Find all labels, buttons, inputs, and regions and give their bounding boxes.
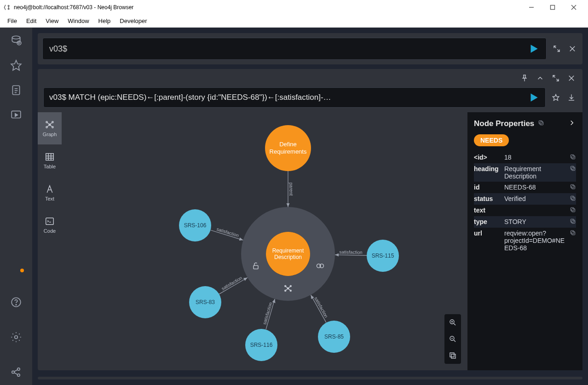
menu-edit[interactable]: Edit [22,16,41,26]
database-icon[interactable] [10,34,23,47]
close-editor-button[interactable] [567,43,578,54]
svg-line-43 [47,125,50,127]
svg-line-42 [50,122,52,125]
svg-rect-73 [254,265,258,269]
unlock-icon[interactable] [251,261,260,272]
menu-window[interactable]: Window [63,16,93,26]
zoom-out-button[interactable] [444,331,461,347]
rerun-button[interactable] [528,92,540,103]
command-prompt: v03$ [49,44,67,54]
favorite-button[interactable] [550,92,561,103]
svg-line-25 [554,46,556,48]
copy-button[interactable] [570,207,576,214]
node-n1[interactable]: SRS-106 [179,209,211,241]
result-query-display[interactable]: v03$ MATCH (epic:NEEDS)←[:parent]-(story… [43,87,546,108]
node-n5[interactable]: SRS-115 [367,240,399,272]
app-icon [4,4,11,11]
close-result-button[interactable] [566,73,577,84]
view-text[interactable]: Text [38,177,62,209]
node-center[interactable]: Requirement Description [266,232,310,276]
svg-line-56 [219,277,248,294]
result-frame: v03$ MATCH (epic:NEEDS)←[:parent]-(story… [38,69,582,370]
menu-developer[interactable]: Developer [115,16,151,26]
zoom-fit-button[interactable] [444,347,461,364]
copy-button[interactable] [570,154,576,161]
menu-view[interactable]: View [41,16,63,26]
svg-rect-87 [572,156,575,159]
minimize-button[interactable] [521,0,542,15]
copy-button[interactable] [570,218,576,226]
result-prompt: v03$ [49,93,66,102]
view-graph[interactable]: Graph [38,112,62,144]
command-bar: v03$ [38,33,582,64]
svg-line-82 [288,286,291,288]
download-button[interactable] [566,92,577,103]
next-result-hint [38,377,582,379]
prop-val: 18 [504,154,565,161]
svg-rect-95 [572,209,575,212]
copy-button[interactable] [570,230,576,237]
svg-text:satisfaction: satisfaction [313,296,329,319]
svg-rect-94 [571,196,574,199]
svg-line-22 [14,370,18,372]
svg-line-69 [454,340,455,342]
view-switcher: Graph Table Text Code [38,112,62,370]
copy-button[interactable] [570,165,576,173]
zoom-in-button[interactable] [444,314,461,331]
result-query: MATCH (epic:NEEDS)←[:parent]-(story {id:… [69,93,331,102]
svg-line-30 [553,75,555,78]
play-screen-icon[interactable] [10,109,23,121]
relationship-icon[interactable] [316,261,325,272]
node-n3[interactable]: SRS-116 [245,329,277,361]
view-graph-label: Graph [43,132,57,137]
window-title: neo4j@bolt://localhost:7687/v03 - Neo4j … [14,4,521,11]
node-epic[interactable]: Define Requirements [265,125,311,171]
menu-help[interactable]: Help [94,16,115,26]
copy-button[interactable] [570,184,576,191]
svg-marker-35 [553,94,559,100]
sidebar [0,28,32,385]
notification-dot [20,269,24,272]
svg-text:parent: parent [288,183,294,196]
svg-rect-4 [551,6,555,10]
menu-file[interactable]: File [3,16,22,26]
svg-line-41 [47,122,50,125]
prop-key: url [474,230,500,237]
svg-line-26 [558,50,560,52]
settings-icon[interactable] [10,331,23,344]
node-n4[interactable]: SRS-85 [318,321,350,353]
graph-canvas[interactable]: parentsatisfactionsatisfactionsatisfacti… [62,112,467,370]
maximize-button[interactable] [542,0,563,15]
prop-key: text [474,207,500,214]
document-icon[interactable] [10,84,23,97]
svg-line-23 [14,373,18,374]
graph-expand-icon[interactable] [283,284,293,295]
view-table-label: Table [44,164,56,169]
close-button[interactable] [563,0,584,15]
svg-line-62 [335,255,367,255]
svg-rect-10 [12,86,19,95]
svg-text:satisfaction: satisfaction [216,226,239,238]
run-query-button[interactable] [528,43,540,55]
svg-point-1 [8,8,9,10]
view-code[interactable]: Code [38,209,62,241]
node-label-badge[interactable]: NEEDS [474,134,509,146]
command-input[interactable]: v03$ [42,38,547,60]
collapse-button[interactable] [535,73,546,84]
svg-marker-34 [531,93,538,101]
expand-button[interactable] [550,73,561,84]
svg-point-0 [8,5,9,6]
neo4j-icon[interactable] [10,366,23,379]
copy-button[interactable] [570,195,576,203]
fullscreen-button[interactable] [551,43,562,54]
prop-val: reqview:open?projectId=DEMO#NEEDS-68 [504,230,565,252]
prop-row: <id>18 [474,152,576,163]
node-n2[interactable]: SRS-83 [189,286,221,318]
pin-button[interactable] [519,73,530,84]
svg-line-44 [50,125,52,127]
view-table[interactable]: Table [38,144,62,177]
props-toggle-button[interactable] [568,119,576,129]
copy-all-button[interactable] [538,120,544,128]
star-icon[interactable] [10,59,23,72]
help-icon[interactable] [10,296,23,309]
